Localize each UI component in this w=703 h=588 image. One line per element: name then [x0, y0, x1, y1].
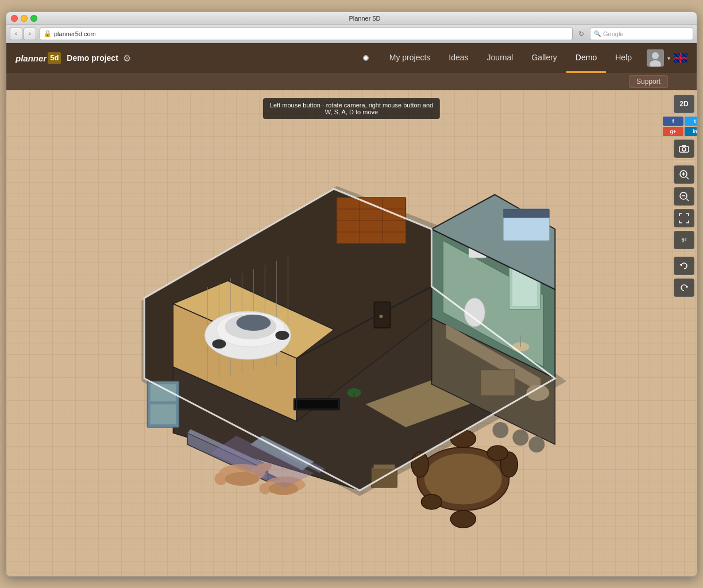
nav-right: ▾	[647, 49, 687, 67]
flag-uk	[674, 53, 687, 63]
minimize-button[interactable]	[21, 15, 28, 22]
browser-title: Planner 5D	[37, 15, 692, 22]
svg-rect-71	[150, 404, 176, 424]
nav-my-projects[interactable]: My projects	[380, 43, 440, 73]
nav-buttons: ‹ ›	[10, 28, 36, 40]
social-group: f t g+ in	[663, 117, 697, 136]
house-3d-view	[118, 140, 566, 542]
right-sidebar: 2D f t	[671, 90, 697, 576]
app-navbar: planner 5d Demo project ⚙ My projects Id…	[6, 43, 697, 73]
browser-toolbar: ‹ › 🔒 planner5d.com ↻ 🔍 Google	[6, 25, 697, 43]
svg-point-73	[379, 315, 383, 318]
twitter-button[interactable]: t	[685, 117, 697, 126]
hint-tooltip: Left mouse button - rotate camera, right…	[263, 98, 440, 119]
support-bar: Support	[6, 73, 697, 90]
zoom-in-icon	[679, 169, 689, 180]
zoom-out-button[interactable]	[674, 187, 694, 206]
user-avatar[interactable]	[647, 49, 664, 67]
redo-button[interactable]	[674, 278, 694, 297]
browser-titlebar: Planner 5D	[6, 12, 697, 25]
main-view[interactable]: Left mouse button - rotate camera, right…	[6, 90, 697, 576]
svg-point-84	[682, 148, 686, 151]
svg-line-89	[686, 177, 689, 179]
secure-icon: 🔒	[44, 30, 52, 37]
svg-point-65	[512, 430, 528, 446]
linkedin-button[interactable]: in	[685, 127, 697, 136]
svg-point-1	[652, 52, 659, 59]
svg-point-64	[492, 422, 508, 438]
address-bar[interactable]: 🔒 planner5d.com	[40, 28, 573, 40]
svg-point-18	[236, 315, 271, 331]
nav-gallery[interactable]: Gallery	[522, 43, 566, 73]
address-text: planner5d.com	[54, 30, 96, 37]
svg-rect-72	[374, 302, 390, 328]
redo-icon	[679, 283, 689, 292]
search-icon: 🔍	[594, 30, 601, 37]
project-name: Demo project	[67, 53, 118, 63]
maximize-button[interactable]	[30, 15, 37, 22]
nav-ideas[interactable]: Ideas	[439, 43, 477, 73]
camera-icon	[679, 145, 689, 153]
svg-line-92	[686, 199, 689, 201]
svg-point-66	[528, 436, 544, 452]
fullscreen-icon	[679, 213, 689, 223]
view-canvas: Left mouse button - rotate camera, right…	[6, 90, 697, 576]
svg-point-58	[450, 430, 476, 447]
browser-window: Planner 5D ‹ › 🔒 planner5d.com ↻ 🔍 Googl…	[6, 11, 697, 577]
svg-rect-35	[503, 209, 549, 218]
svg-point-20	[275, 331, 289, 340]
camera-button[interactable]	[674, 140, 694, 158]
undo-button[interactable]	[674, 257, 694, 275]
svg-marker-94	[686, 286, 688, 288]
nav-journal[interactable]: Journal	[478, 43, 523, 73]
svg-marker-85	[682, 145, 686, 146]
svg-point-63	[487, 446, 508, 461]
app-content: planner 5d Demo project ⚙ My projects Id…	[6, 43, 697, 576]
svg-rect-77	[295, 400, 338, 409]
user-menu-chevron[interactable]: ▾	[667, 55, 670, 61]
undo-icon	[679, 261, 689, 270]
facebook-button[interactable]: f	[663, 117, 683, 126]
browser-window-controls	[11, 15, 37, 22]
support-button[interactable]: Support	[629, 75, 668, 88]
svg-marker-93	[680, 264, 682, 266]
fullscreen-button[interactable]	[674, 209, 694, 227]
nav-indicator-dot	[363, 55, 369, 61]
zoom-in-button[interactable]	[674, 165, 694, 184]
app-logo: planner 5d	[16, 52, 61, 64]
nav-help[interactable]: Help	[606, 43, 641, 73]
forward-button[interactable]: ›	[24, 28, 36, 40]
units-label: ft²	[682, 237, 687, 243]
google-plus-button[interactable]: g+	[663, 127, 683, 136]
mode-2d-button[interactable]: 2D	[674, 95, 694, 113]
mode-2d-label: 2D	[679, 100, 688, 108]
svg-rect-68	[373, 465, 395, 469]
nav-links: My projects Ideas Journal Gallery Demo H…	[380, 43, 641, 73]
refresh-button[interactable]: ↻	[576, 29, 586, 39]
close-button[interactable]	[11, 15, 18, 22]
settings-icon[interactable]: ⚙	[123, 53, 131, 64]
units-button[interactable]: ft²	[674, 231, 694, 249]
nav-demo[interactable]: Demo	[566, 43, 606, 73]
svg-point-19	[212, 339, 226, 349]
logo-badge: 5d	[48, 52, 61, 64]
logo-text: planner	[16, 53, 47, 63]
svg-point-59	[450, 510, 476, 528]
search-bar[interactable]: 🔍 Google	[590, 28, 693, 40]
svg-rect-40	[480, 370, 515, 396]
search-placeholder: Google	[603, 30, 623, 37]
back-button[interactable]: ‹	[10, 28, 22, 40]
svg-point-62	[421, 494, 442, 509]
zoom-out-icon	[679, 191, 689, 202]
